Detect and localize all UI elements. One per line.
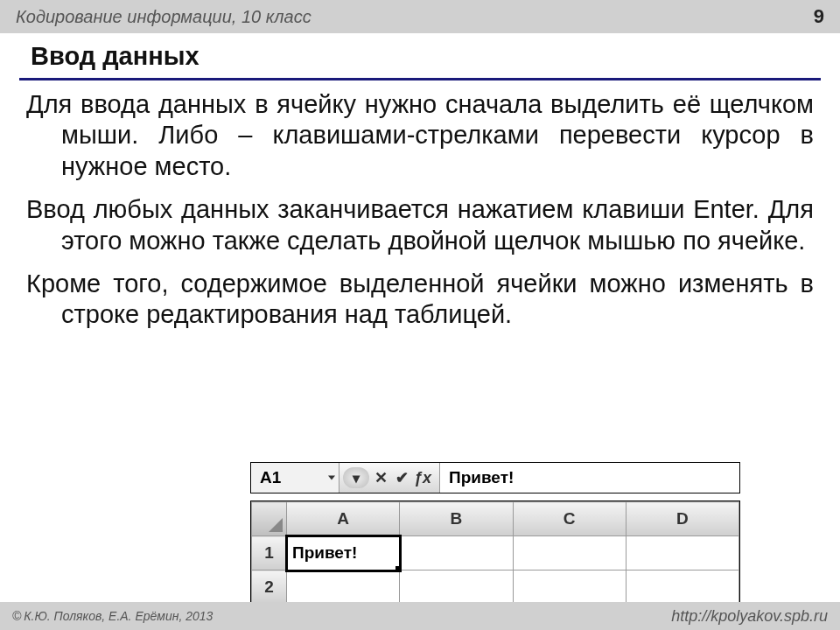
copyright-icon: ©: [12, 609, 21, 623]
title-underline: [19, 78, 821, 80]
table-row: 2: [252, 570, 739, 605]
spreadsheet-grid: A B C D 1 Привет! 2: [250, 500, 740, 606]
footer-url: http://kpolyakov.spb.ru: [671, 607, 828, 626]
accept-icon[interactable]: ✔: [392, 468, 411, 487]
slide: Кодирование информации, 10 класс 9 Ввод …: [0, 0, 840, 630]
col-header-A[interactable]: A: [287, 502, 400, 536]
course-label: Кодирование информации, 10 класс: [16, 7, 312, 27]
formula-buttons: ▾ ✕ ✔ ƒx: [340, 463, 440, 493]
cell-B1[interactable]: [400, 536, 513, 570]
cancel-icon[interactable]: ✕: [371, 468, 390, 487]
cell-A2[interactable]: [287, 570, 400, 605]
spreadsheet-mock: A1 ▾ ✕ ✔ ƒx Привет! A B: [250, 462, 740, 606]
wizard-button[interactable]: ▾: [343, 467, 369, 488]
select-all-corner[interactable]: [252, 502, 287, 536]
cell-D1[interactable]: [626, 536, 738, 570]
name-box[interactable]: A1: [251, 463, 340, 493]
cell-B2[interactable]: [400, 570, 513, 605]
cell-C2[interactable]: [513, 570, 626, 605]
fx-icon[interactable]: ƒx: [413, 469, 436, 487]
cell-C1[interactable]: [513, 536, 626, 570]
body-text: Для ввода данных в ячейку нужно сначала …: [0, 89, 840, 331]
row-header-2[interactable]: 2: [252, 570, 287, 605]
formula-input[interactable]: Привет!: [440, 463, 739, 493]
paragraph-1: Для ввода данных в ячейку нужно сначала …: [26, 89, 814, 182]
col-header-C[interactable]: C: [513, 502, 626, 536]
paragraph-2: Ввод любых данных заканчивается нажатием…: [26, 194, 814, 256]
cell-D2[interactable]: [626, 570, 738, 605]
slide-title: Ввод данных: [0, 33, 840, 74]
footer-bar: © К.Ю. Поляков, Е.А. Ерёмин, 2013 http:/…: [0, 602, 840, 630]
page-number: 9: [814, 5, 824, 28]
col-header-D[interactable]: D: [626, 502, 738, 536]
dropdown-icon[interactable]: [328, 476, 335, 480]
footer-authors: К.Ю. Поляков, Е.А. Ерёмин, 2013: [24, 609, 213, 623]
table-row: 1 Привет!: [252, 536, 739, 570]
row-header-1[interactable]: 1: [252, 536, 287, 570]
col-header-B[interactable]: B: [400, 502, 513, 536]
paragraph-3: Кроме того, содержимое выделенной ячейки…: [26, 269, 814, 331]
formula-bar: A1 ▾ ✕ ✔ ƒx Привет!: [250, 462, 740, 494]
footer-left: © К.Ю. Поляков, Е.А. Ерёмин, 2013: [12, 609, 213, 623]
name-box-value: A1: [260, 468, 281, 487]
header-bar: Кодирование информации, 10 класс 9: [0, 0, 840, 33]
column-header-row: A B C D: [252, 502, 739, 536]
cell-A1[interactable]: Привет!: [287, 536, 400, 570]
